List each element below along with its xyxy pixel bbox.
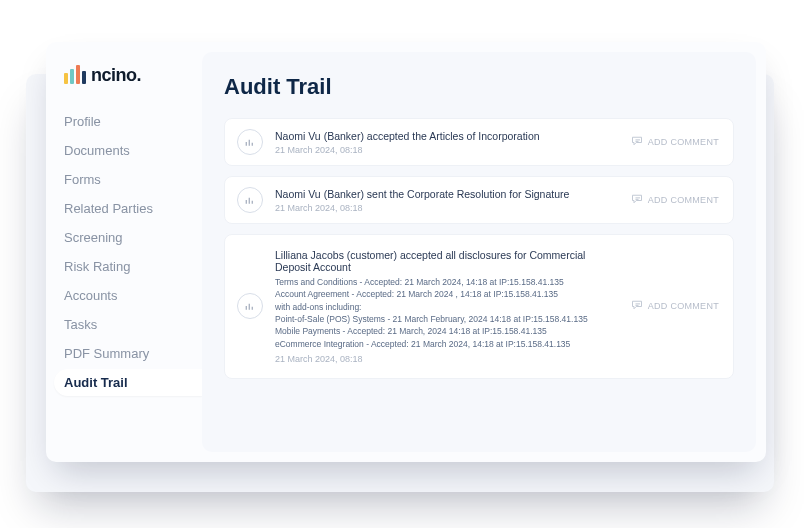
audit-entry-detail-line: Mobile Payments - Accepted: 21 March, 20… [275,325,619,337]
sidebar-nav: ProfileDocumentsFormsRelated PartiesScre… [64,108,202,396]
audit-entry-detail-line: Account Agreement - Accepted: 21 March 2… [275,288,619,300]
add-comment-button[interactable]: ADD COMMENT [631,135,719,149]
audit-entry-title: Naomi Vu (Banker) sent the Corporate Res… [275,188,619,200]
add-comment-button[interactable]: ADD COMMENT [631,193,719,207]
audit-entry-body: Naomi Vu (Banker) accepted the Articles … [275,130,619,155]
add-comment-button[interactable]: ADD COMMENT [631,299,719,313]
sidebar-item-label: Related Parties [64,201,153,216]
add-comment-label: ADD COMMENT [648,137,719,147]
audit-entry-detail-line: with add-ons including: [275,301,619,313]
sidebar-item-label: Forms [64,172,101,187]
audit-entry-body: Naomi Vu (Banker) sent the Corporate Res… [275,188,619,213]
sidebar-item-label: Screening [64,230,123,245]
sidebar-item-label: Documents [64,143,130,158]
sidebar-item-tasks[interactable]: Tasks [64,311,202,338]
sidebar-item-label: Audit Trail [64,375,128,390]
logo-bars-icon [64,65,86,84]
audit-entry-title: Lilliana Jacobs (customer) accepted all … [275,249,619,273]
audit-entry: Lilliana Jacobs (customer) accepted all … [224,234,734,379]
audit-entry-timestamp: 21 March 2024, 08:18 [275,354,619,364]
logo-text: ncino. [91,66,141,84]
page-title: Audit Trail [224,74,734,100]
audit-entry-body: Lilliana Jacobs (customer) accepted all … [275,249,619,364]
bar-chart-icon [237,129,263,155]
comment-icon [631,193,643,207]
audit-entry: Naomi Vu (Banker) accepted the Articles … [224,118,734,166]
logo: ncino. [64,60,202,84]
sidebar-item-screening[interactable]: Screening [64,224,202,251]
add-comment-label: ADD COMMENT [648,195,719,205]
comment-icon [631,299,643,313]
main-panel: Audit Trail Naomi Vu (Banker) accepted t… [202,52,756,452]
audit-entry-details: Terms and Conditions - Accepted: 21 Marc… [275,276,619,350]
audit-entry-timestamp: 21 March 2024, 08:18 [275,145,619,155]
sidebar-item-documents[interactable]: Documents [64,137,202,164]
sidebar-item-label: PDF Summary [64,346,149,361]
audit-entry: Naomi Vu (Banker) sent the Corporate Res… [224,176,734,224]
sidebar-item-profile[interactable]: Profile [64,108,202,135]
sidebar-item-related-parties[interactable]: Related Parties [64,195,202,222]
sidebar-item-forms[interactable]: Forms [64,166,202,193]
sidebar-item-label: Risk Rating [64,259,130,274]
comment-icon [631,135,643,149]
add-comment-label: ADD COMMENT [648,301,719,311]
audit-entry-detail-line: eCommerce Integration - Accepted: 21 Mar… [275,338,619,350]
audit-entry-timestamp: 21 March 2024, 08:18 [275,203,619,213]
sidebar-item-audit-trail[interactable]: Audit Trail [54,369,202,396]
audit-entry-title: Naomi Vu (Banker) accepted the Articles … [275,130,619,142]
sidebar-item-pdf-summary[interactable]: PDF Summary [64,340,202,367]
app-card: ncino. ProfileDocumentsFormsRelated Part… [46,42,766,462]
sidebar-item-label: Profile [64,114,101,129]
sidebar-item-accounts[interactable]: Accounts [64,282,202,309]
bar-chart-icon [237,293,263,319]
audit-entry-detail-line: Point-of-Sale (POS) Systems - 21 March F… [275,313,619,325]
sidebar: ncino. ProfileDocumentsFormsRelated Part… [46,42,202,462]
sidebar-item-risk-rating[interactable]: Risk Rating [64,253,202,280]
bar-chart-icon [237,187,263,213]
audit-entries: Naomi Vu (Banker) accepted the Articles … [224,118,734,379]
sidebar-item-label: Tasks [64,317,97,332]
sidebar-item-label: Accounts [64,288,117,303]
audit-entry-detail-line: Terms and Conditions - Accepted: 21 Marc… [275,276,619,288]
